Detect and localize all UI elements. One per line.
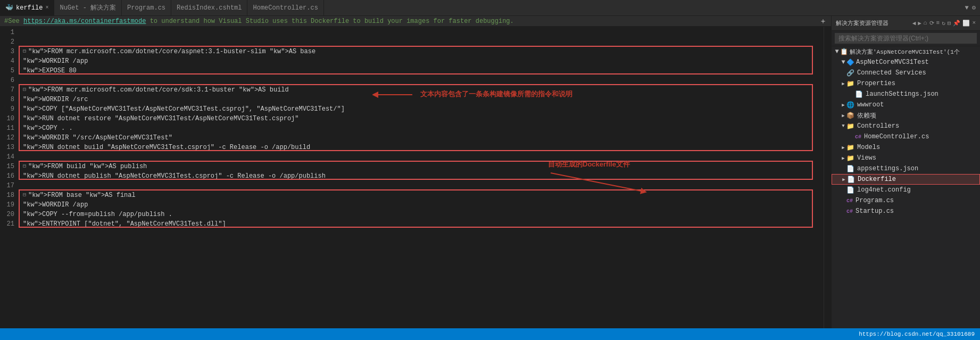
tree-root[interactable]: ▼ 📋 解决方案'AspNetCoreMVC31Test'(1个 (832, 46, 980, 57)
search-input[interactable] (835, 33, 977, 44)
tree-icon-3: 🌐 (846, 101, 854, 109)
tree-item-0[interactable]: 🔗Connected Services (832, 68, 980, 78)
line-number-21: 21 (0, 219, 14, 229)
se-back-icon[interactable]: ◀ (912, 20, 916, 27)
se-sync-icon[interactable]: ⟳ (929, 20, 934, 27)
tree-label-6: HomeController.cs (863, 133, 929, 140)
tree-icon-5: 📁 (846, 122, 854, 130)
tree-icon-7: 📁 (846, 144, 854, 152)
line-number-4: 4 (0, 56, 14, 66)
docker-icon: 🐳 (5, 4, 13, 12)
fold-indicator[interactable]: ⊟ (23, 190, 26, 200)
tree-item-5[interactable]: ▼📁Controllers (832, 121, 980, 131)
status-url[interactable]: https://blog.csdn.net/qq_33101689 (859, 331, 975, 337)
tree-chevron-3[interactable]: ▶ (840, 102, 846, 108)
settings-icon[interactable]: ⚙ (972, 4, 976, 12)
line-number-16: 16 (0, 171, 14, 181)
tree-chevron-8[interactable]: ▶ (840, 155, 846, 161)
line-number-2: 2 (0, 37, 14, 47)
plus-icon[interactable]: ＋ (819, 16, 827, 27)
tree-item-11[interactable]: 📄log4net.config (832, 185, 980, 195)
tree-item-8[interactable]: ▶📁Views (832, 153, 980, 163)
code-line-16: "kw">RUN dotnet publish "AspNetCoreMVC31… (19, 171, 824, 181)
se-home-icon[interactable]: ⌂ (924, 20, 927, 27)
se-refresh-icon[interactable]: ↻ (942, 20, 945, 27)
fold-indicator[interactable]: ⊟ (23, 85, 26, 95)
line-number-11: 11 (0, 123, 14, 133)
tree-item-1[interactable]: ▶📁Properties (832, 78, 980, 89)
line-number-14: 14 (0, 152, 14, 162)
tab-program[interactable]: Program.cs (122, 0, 171, 15)
project-chevron: ▼ (840, 59, 846, 66)
editor-top-line: #See https://aka.ms/containerfastmode to… (0, 16, 831, 27)
tree-item-10[interactable]: ▶📄Dockerfile (832, 174, 980, 185)
project-icon: 🔷 (846, 59, 854, 67)
code-line-12: "kw">WORKDIR "/src/AspNetCoreMVC31Test" (19, 133, 824, 143)
root-label: 解决方案'AspNetCoreMVC31Test'(1个 (850, 48, 960, 56)
code-line-4: "kw">WORKDIR /app (19, 56, 824, 66)
tree-icon-10: 📄 (847, 176, 855, 184)
status-bar: https://blog.csdn.net/qq_33101689 (0, 328, 980, 340)
solution-icon: 📋 (840, 48, 848, 56)
main-area: #See https://aka.ms/containerfastmode to… (0, 16, 980, 328)
tree-item-12[interactable]: c#Program.cs (832, 195, 980, 206)
comment-url[interactable]: https://aka.ms/containerfastmode (23, 18, 146, 25)
se-maximize-icon[interactable]: ⬜ (962, 20, 970, 27)
tree-label-4: 依赖项 (856, 111, 876, 120)
tree-label-1: Properties (856, 80, 895, 87)
code-line-15: ⊟"kw">FROM build "kw">AS publish (19, 162, 824, 171)
line-number-18: 18 (0, 190, 14, 200)
line-number-17: 17 (0, 181, 14, 190)
se-pin-icon[interactable]: 📌 (953, 20, 960, 27)
fold-indicator[interactable]: ⊟ (23, 162, 26, 171)
code-line-20: "kw">COPY --from=publish /app/publish . (19, 210, 824, 219)
tree-label-2: launchSettings.json (865, 90, 939, 98)
code-area[interactable]: ⊟"kw">FROM mcr.microsoft.com/dotnet/core… (19, 27, 824, 328)
tree-label-3: wwwroot (856, 101, 884, 109)
tree-label-13: Startup.cs (854, 208, 894, 215)
se-filter-icon[interactable]: ≡ (936, 20, 940, 27)
tree-chevron-5[interactable]: ▼ (840, 123, 846, 129)
code-line-18: ⊟"kw">FROM base "kw">AS final (19, 190, 824, 200)
tree-item-2[interactable]: 📄launchSettings.json (832, 89, 980, 99)
line-number-12: 12 (0, 133, 14, 143)
tree-project[interactable]: ▼ 🔷 AspNetCoreMVC31Test (832, 57, 980, 68)
code-line-10: "kw">RUN dotnet restore "AspNetCoreMVC31… (19, 114, 824, 123)
tree-chevron-7[interactable]: ▶ (840, 145, 846, 151)
tree-item-6[interactable]: c#HomeController.cs (832, 131, 980, 142)
tree-label-8: Views (856, 154, 876, 162)
tree-item-4[interactable]: ▶📦依赖项 (832, 110, 980, 121)
line-number-1: 1 (0, 28, 14, 37)
se-collapse-icon[interactable]: ⊟ (948, 20, 951, 27)
tree-item-9[interactable]: 📄appsettings.json (832, 163, 980, 174)
se-close-icon[interactable]: × (972, 20, 976, 27)
tree-icon-2: 📄 (855, 90, 863, 98)
editor-scrollbar[interactable] (824, 27, 831, 328)
tree-chevron-4[interactable]: ▶ (840, 113, 846, 119)
fold-indicator[interactable]: ⊟ (23, 47, 26, 56)
tab-nuget[interactable]: NuGet - 解决方案 (54, 0, 122, 15)
code-line-19: "kw">WORKDIR /app (19, 200, 824, 210)
code-line-13: "kw">RUN dotnet build "AspNetCoreMVC31Te… (19, 143, 824, 152)
tab-overflow: ▼ ⚙ (961, 4, 980, 12)
tree-chevron-1[interactable]: ▶ (840, 81, 846, 87)
tab-homecontroller[interactable]: HomeController.cs (247, 0, 323, 15)
overflow-icon[interactable]: ▼ (965, 4, 969, 12)
editor-area: #See https://aka.ms/containerfastmode to… (0, 16, 831, 328)
tab-kerfile[interactable]: 🐳 kerfile × (0, 0, 54, 15)
tab-close-icon[interactable]: × (45, 5, 48, 11)
tree-view: ▼ 📋 解决方案'AspNetCoreMVC31Test'(1个 ▼ 🔷 Asp… (832, 46, 980, 328)
tab-redisindex[interactable]: RedisIndex.cshtml (171, 0, 247, 15)
line-number-10: 10 (0, 114, 14, 123)
se-forward-icon[interactable]: ▶ (918, 20, 921, 27)
tree-item-7[interactable]: ▶📁Models (832, 142, 980, 153)
tree-icon-13: c# (846, 208, 853, 215)
root-chevron: ▼ (834, 48, 840, 55)
code-line-17 (19, 181, 824, 190)
tree-chevron-10[interactable]: ▶ (841, 177, 847, 183)
tree-item-3[interactable]: ▶🌐wwwroot (832, 99, 980, 110)
solution-explorer: 解决方案资源管理器 ◀ ▶ ⌂ ⟳ ≡ ↻ ⊟ 📌 ⬜ × ▼ 📋 解决方 (831, 16, 980, 328)
line-number-5: 5 (0, 66, 14, 76)
tree-item-13[interactable]: c#Startup.cs (832, 206, 980, 217)
code-line-1 (19, 28, 824, 37)
